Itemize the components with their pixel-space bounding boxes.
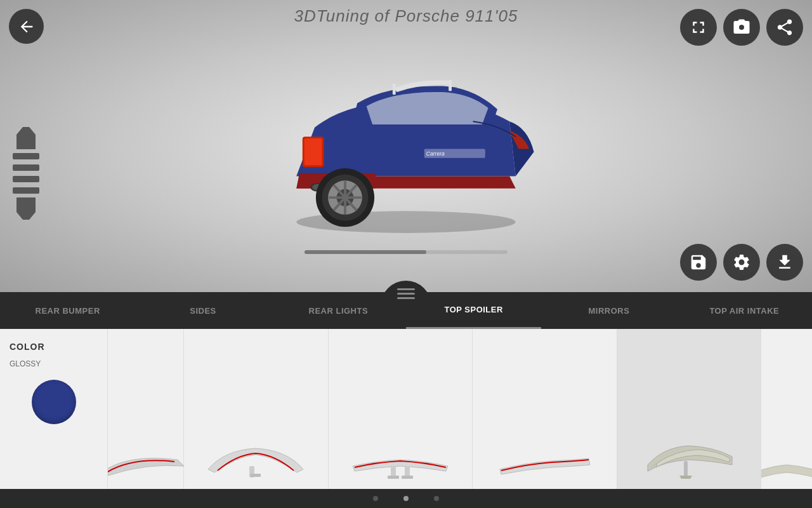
toolbar-bar-3 <box>13 176 39 182</box>
tab-top-air-intake[interactable]: TOP AIR INTAKE <box>677 292 812 329</box>
svg-rect-20 <box>251 474 261 477</box>
tab-rear-bumper[interactable]: REAR BUMPER <box>0 292 135 329</box>
svg-rect-1 <box>393 84 396 95</box>
nav-tabs: REAR BUMPER SIDES REAR LIGHTS TOP SPOILE… <box>0 292 812 329</box>
spoiler-item-next[interactable] <box>761 329 812 508</box>
notch-line-2 <box>397 293 415 295</box>
svg-rect-24 <box>402 476 413 479</box>
spoiler-item-custom7[interactable]: CUSTOM 7 <box>473 329 617 508</box>
toolbar-bar-1 <box>13 153 39 159</box>
car-image: Carrera <box>254 38 558 241</box>
spoiler-item-custom4[interactable]: 4 <box>108 329 184 508</box>
notch-line-3 <box>397 297 415 299</box>
toolbar-bar-4 <box>13 187 39 194</box>
spoiler-shape-6 <box>350 434 451 482</box>
spoiler-shape-7 <box>494 434 595 482</box>
pagination-dot-3[interactable] <box>434 496 439 501</box>
car-container: Carrera <box>247 25 565 254</box>
progress-bar-fill <box>304 250 426 254</box>
spoiler-shape-5 <box>205 434 306 482</box>
spoiler-item-custom8[interactable]: CUSTOM 8 <box>617 329 762 508</box>
top-right-buttons <box>680 9 803 46</box>
color-sidebar: COLOR GLOSSY <box>0 329 108 508</box>
svg-rect-22 <box>388 476 399 479</box>
toolbar-bar-2 <box>13 164 39 171</box>
save-icon <box>689 253 708 272</box>
spoiler-shape-8 <box>638 434 740 482</box>
toolbar-bottom-pin <box>16 197 36 220</box>
share-icon <box>775 18 794 37</box>
camera-icon <box>732 18 751 37</box>
share-button[interactable] <box>766 9 803 46</box>
back-button[interactable] <box>9 9 44 44</box>
left-toolbar <box>13 127 39 220</box>
bottom-right-buttons <box>680 244 803 281</box>
spoiler-options: 4 CUSTOM 5 <box>108 329 812 508</box>
color-swatch[interactable] <box>32 380 76 424</box>
settings-button[interactable] <box>723 244 760 281</box>
color-finish-label: GLOSSY <box>10 359 41 368</box>
tab-mirrors[interactable]: MIRRORS <box>541 292 676 329</box>
color-label: COLOR <box>10 342 45 352</box>
svg-rect-4 <box>304 138 322 165</box>
nav-notch-lines <box>397 288 415 299</box>
svg-rect-25 <box>684 461 688 477</box>
fullscreen-icon <box>689 18 708 37</box>
pagination-dot-2[interactable] <box>403 496 409 501</box>
fullscreen-button[interactable] <box>680 9 717 46</box>
download-button[interactable] <box>766 244 803 281</box>
spoiler-shape-4 <box>108 434 197 482</box>
download-icon <box>775 253 794 272</box>
svg-rect-2 <box>449 80 452 91</box>
save-button[interactable] <box>680 244 717 281</box>
spoiler-item-custom5[interactable]: CUSTOM 5 <box>184 329 329 508</box>
camera-button[interactable] <box>723 9 760 46</box>
tab-sides[interactable]: SIDES <box>135 292 270 329</box>
svg-text:Carrera: Carrera <box>426 150 445 157</box>
pagination-dots <box>0 489 812 508</box>
gear-icon <box>732 253 751 272</box>
bottom-panel: COLOR GLOSSY 4 CUSTOM 5 <box>0 329 812 508</box>
back-icon <box>18 18 36 36</box>
progress-bar-container <box>304 250 508 254</box>
pagination-dot-1[interactable] <box>373 496 378 501</box>
app-title: 3DTuning of Porsche 911'05 <box>294 6 518 26</box>
notch-line-1 <box>397 288 415 290</box>
spoiler-item-custom6[interactable]: CUSTOM 6 <box>329 329 473 508</box>
viewer-area: 3DTuning of Porsche 911'05 <box>0 0 812 292</box>
toolbar-top-pin <box>16 127 36 149</box>
